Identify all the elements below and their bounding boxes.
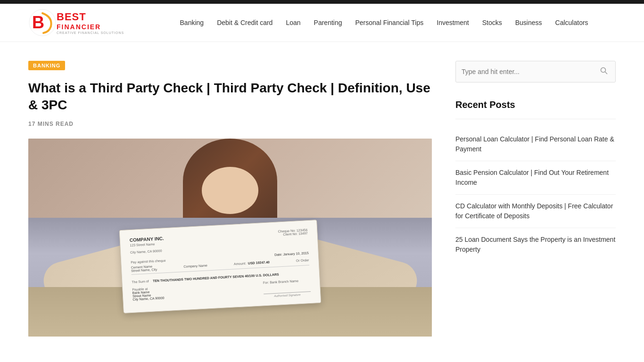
recent-posts-title: Recent Posts [455, 99, 616, 110]
recent-post-title-1: Personal Loan Calculator | Find Personal… [455, 134, 616, 154]
sum-label: The Sum of [132, 280, 149, 284]
article-image: COMPANY INC. 123 Street Name City Name, … [28, 139, 432, 337]
main-container: BANKING What is a Third Party Check | Th… [0, 42, 644, 355]
nav-loan[interactable]: Loan [286, 17, 300, 28]
sidebar-divider [455, 119, 616, 119]
amount-label: Amount: [234, 261, 246, 265]
check-document: COMPANY INC. 123 Street Name City Name, … [119, 220, 322, 313]
logo-financier: FINANCIER [57, 23, 124, 31]
amount-value: USD 10247.40 [248, 260, 270, 264]
article-area: BANKING What is a Third Party Check | Th… [28, 61, 432, 337]
logo-best: BEST [57, 11, 124, 23]
sidebar: Recent Posts Personal Loan Calculator | … [455, 61, 616, 337]
nav-business[interactable]: Business [515, 17, 542, 28]
site-header: B BEST FINANCIER CREATIVE FINANCIAL SOLU… [0, 4, 644, 42]
check-address1: 123 Street Name [130, 242, 164, 247]
client-value: 13497 [298, 231, 308, 235]
nav-banking[interactable]: Banking [180, 17, 204, 28]
top-bar [0, 0, 644, 4]
svg-text:B: B [32, 13, 44, 32]
recent-post-title-4: 25 Loan Document Says the Property is an… [455, 235, 616, 255]
recent-post-title-3: CD Calculator with Monthly Deposits | Fr… [455, 201, 616, 221]
svg-line-3 [605, 72, 608, 74]
nav-stocks[interactable]: Stocks [482, 17, 502, 28]
category-badge[interactable]: BANKING [28, 61, 65, 70]
logo[interactable]: B BEST FINANCIER CREATIVE FINANCIAL SOLU… [28, 8, 124, 37]
nav-parenting[interactable]: Parenting [314, 17, 342, 28]
company-name: Company Name [183, 263, 207, 268]
check-company: COMPANY INC. [130, 236, 164, 243]
nav-investment[interactable]: Investment [437, 17, 469, 28]
search-icon [600, 67, 608, 74]
date-value: January 10, 2015 [283, 251, 309, 256]
nav-personal-financial[interactable]: Personal Financial Tips [355, 17, 424, 28]
logo-tagline: CREATIVE FINANCIAL SOLUTIONS [57, 31, 124, 34]
recent-post-1[interactable]: Personal Loan Calculator | Find Personal… [455, 128, 616, 161]
recent-post-title-2: Basic Pension Calculator | Find Out Your… [455, 168, 616, 188]
logo-text: BEST FINANCIER CREATIVE FINANCIAL SOLUTI… [57, 11, 124, 34]
main-nav: Banking Debit & Credit card Loan Parenti… [152, 17, 616, 28]
nav-calculators[interactable]: Calculators [555, 17, 588, 28]
for-label: For: Bank Branch Name [263, 279, 310, 284]
logo-icon: B [28, 8, 57, 37]
article-title: What is a Third Party Check | Third Part… [28, 80, 432, 114]
or-order: Or Order [296, 258, 309, 262]
nav-debit-credit[interactable]: Debit & Credit card [217, 17, 272, 28]
check-address2: City Name, CA 90000 [130, 249, 165, 254]
client-label: Client No: [283, 232, 297, 236]
check-scene: COMPANY INC. 123 Street Name City Name, … [28, 139, 432, 337]
sig-label: Authorised Signature [264, 291, 311, 298]
search-button[interactable] [598, 65, 610, 78]
svg-point-2 [601, 68, 606, 73]
search-box[interactable] [455, 61, 616, 82]
recent-post-4[interactable]: 25 Loan Document Says the Property is an… [455, 228, 616, 261]
date-label: Date: [274, 253, 282, 256]
article-meta: 17 MINS READ [28, 121, 432, 127]
search-input[interactable] [462, 61, 598, 82]
pay-against: Pay against this cheque [131, 259, 166, 264]
recent-post-2[interactable]: Basic Pension Calculator | Find Out Your… [455, 161, 616, 195]
recent-post-3[interactable]: CD Calculator with Monthly Deposits | Fr… [455, 195, 616, 228]
